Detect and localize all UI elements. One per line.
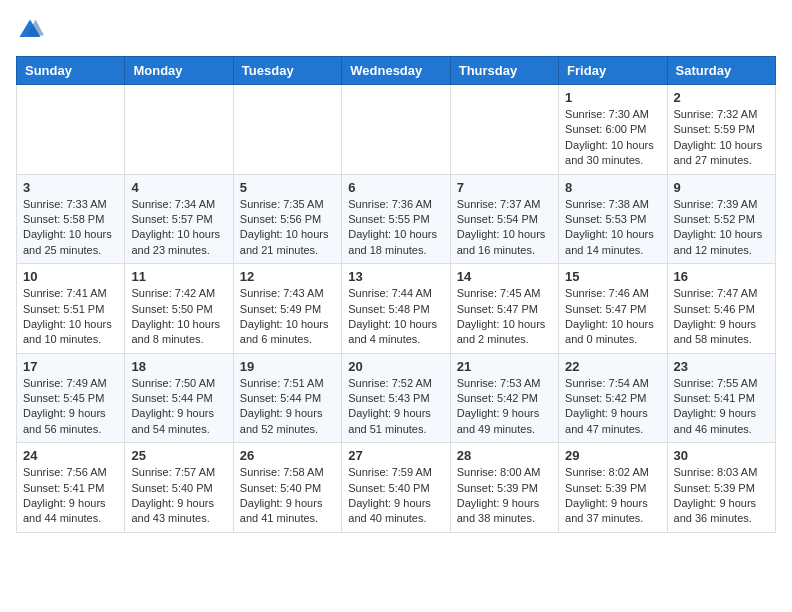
day-number: 5 <box>240 180 335 195</box>
day-info: Sunrise: 8:03 AMSunset: 5:39 PMDaylight:… <box>674 465 769 527</box>
day-info: Sunrise: 7:46 AMSunset: 5:47 PMDaylight:… <box>565 286 660 348</box>
calendar-cell <box>342 85 450 175</box>
day-number: 27 <box>348 448 443 463</box>
day-number: 28 <box>457 448 552 463</box>
calendar-cell: 21Sunrise: 7:53 AMSunset: 5:42 PMDayligh… <box>450 353 558 443</box>
calendar-cell: 4Sunrise: 7:34 AMSunset: 5:57 PMDaylight… <box>125 174 233 264</box>
day-info: Sunrise: 7:54 AMSunset: 5:42 PMDaylight:… <box>565 376 660 438</box>
calendar-cell: 24Sunrise: 7:56 AMSunset: 5:41 PMDayligh… <box>17 443 125 533</box>
day-info: Sunrise: 7:34 AMSunset: 5:57 PMDaylight:… <box>131 197 226 259</box>
day-info: Sunrise: 7:49 AMSunset: 5:45 PMDaylight:… <box>23 376 118 438</box>
day-number: 14 <box>457 269 552 284</box>
day-number: 7 <box>457 180 552 195</box>
calendar-cell: 2Sunrise: 7:32 AMSunset: 5:59 PMDaylight… <box>667 85 775 175</box>
calendar-cell: 3Sunrise: 7:33 AMSunset: 5:58 PMDaylight… <box>17 174 125 264</box>
day-number: 19 <box>240 359 335 374</box>
day-info: Sunrise: 7:51 AMSunset: 5:44 PMDaylight:… <box>240 376 335 438</box>
calendar-cell: 28Sunrise: 8:00 AMSunset: 5:39 PMDayligh… <box>450 443 558 533</box>
day-info: Sunrise: 7:55 AMSunset: 5:41 PMDaylight:… <box>674 376 769 438</box>
day-info: Sunrise: 7:52 AMSunset: 5:43 PMDaylight:… <box>348 376 443 438</box>
calendar-cell <box>233 85 341 175</box>
calendar-cell: 10Sunrise: 7:41 AMSunset: 5:51 PMDayligh… <box>17 264 125 354</box>
calendar-cell: 29Sunrise: 8:02 AMSunset: 5:39 PMDayligh… <box>559 443 667 533</box>
day-number: 21 <box>457 359 552 374</box>
calendar-cell: 11Sunrise: 7:42 AMSunset: 5:50 PMDayligh… <box>125 264 233 354</box>
calendar-header-row: SundayMondayTuesdayWednesdayThursdayFrid… <box>17 57 776 85</box>
day-info: Sunrise: 7:47 AMSunset: 5:46 PMDaylight:… <box>674 286 769 348</box>
day-number: 13 <box>348 269 443 284</box>
day-number: 29 <box>565 448 660 463</box>
calendar-cell: 30Sunrise: 8:03 AMSunset: 5:39 PMDayligh… <box>667 443 775 533</box>
day-info: Sunrise: 8:02 AMSunset: 5:39 PMDaylight:… <box>565 465 660 527</box>
day-number: 2 <box>674 90 769 105</box>
day-info: Sunrise: 7:33 AMSunset: 5:58 PMDaylight:… <box>23 197 118 259</box>
day-number: 8 <box>565 180 660 195</box>
logo-icon <box>16 16 44 44</box>
day-info: Sunrise: 7:37 AMSunset: 5:54 PMDaylight:… <box>457 197 552 259</box>
calendar-cell: 8Sunrise: 7:38 AMSunset: 5:53 PMDaylight… <box>559 174 667 264</box>
day-number: 16 <box>674 269 769 284</box>
day-number: 12 <box>240 269 335 284</box>
calendar-week-5: 24Sunrise: 7:56 AMSunset: 5:41 PMDayligh… <box>17 443 776 533</box>
day-info: Sunrise: 7:42 AMSunset: 5:50 PMDaylight:… <box>131 286 226 348</box>
day-info: Sunrise: 7:50 AMSunset: 5:44 PMDaylight:… <box>131 376 226 438</box>
logo <box>16 16 48 44</box>
day-number: 22 <box>565 359 660 374</box>
day-number: 24 <box>23 448 118 463</box>
calendar-cell: 6Sunrise: 7:36 AMSunset: 5:55 PMDaylight… <box>342 174 450 264</box>
day-header-thursday: Thursday <box>450 57 558 85</box>
day-info: Sunrise: 7:36 AMSunset: 5:55 PMDaylight:… <box>348 197 443 259</box>
day-number: 11 <box>131 269 226 284</box>
day-header-tuesday: Tuesday <box>233 57 341 85</box>
day-info: Sunrise: 7:30 AMSunset: 6:00 PMDaylight:… <box>565 107 660 169</box>
day-number: 4 <box>131 180 226 195</box>
calendar-week-4: 17Sunrise: 7:49 AMSunset: 5:45 PMDayligh… <box>17 353 776 443</box>
page-header <box>16 16 776 44</box>
day-info: Sunrise: 7:53 AMSunset: 5:42 PMDaylight:… <box>457 376 552 438</box>
calendar-cell: 25Sunrise: 7:57 AMSunset: 5:40 PMDayligh… <box>125 443 233 533</box>
day-number: 25 <box>131 448 226 463</box>
day-number: 6 <box>348 180 443 195</box>
calendar-cell <box>450 85 558 175</box>
day-header-monday: Monday <box>125 57 233 85</box>
day-info: Sunrise: 7:59 AMSunset: 5:40 PMDaylight:… <box>348 465 443 527</box>
calendar-cell: 1Sunrise: 7:30 AMSunset: 6:00 PMDaylight… <box>559 85 667 175</box>
day-header-friday: Friday <box>559 57 667 85</box>
calendar-cell: 19Sunrise: 7:51 AMSunset: 5:44 PMDayligh… <box>233 353 341 443</box>
day-info: Sunrise: 7:56 AMSunset: 5:41 PMDaylight:… <box>23 465 118 527</box>
day-number: 10 <box>23 269 118 284</box>
day-header-sunday: Sunday <box>17 57 125 85</box>
calendar-cell <box>17 85 125 175</box>
calendar-week-2: 3Sunrise: 7:33 AMSunset: 5:58 PMDaylight… <box>17 174 776 264</box>
calendar-cell: 16Sunrise: 7:47 AMSunset: 5:46 PMDayligh… <box>667 264 775 354</box>
calendar-cell: 17Sunrise: 7:49 AMSunset: 5:45 PMDayligh… <box>17 353 125 443</box>
day-info: Sunrise: 7:58 AMSunset: 5:40 PMDaylight:… <box>240 465 335 527</box>
day-number: 23 <box>674 359 769 374</box>
calendar-cell: 18Sunrise: 7:50 AMSunset: 5:44 PMDayligh… <box>125 353 233 443</box>
day-info: Sunrise: 7:44 AMSunset: 5:48 PMDaylight:… <box>348 286 443 348</box>
calendar-cell: 15Sunrise: 7:46 AMSunset: 5:47 PMDayligh… <box>559 264 667 354</box>
day-info: Sunrise: 7:41 AMSunset: 5:51 PMDaylight:… <box>23 286 118 348</box>
day-header-saturday: Saturday <box>667 57 775 85</box>
calendar-week-1: 1Sunrise: 7:30 AMSunset: 6:00 PMDaylight… <box>17 85 776 175</box>
day-info: Sunrise: 7:32 AMSunset: 5:59 PMDaylight:… <box>674 107 769 169</box>
day-info: Sunrise: 8:00 AMSunset: 5:39 PMDaylight:… <box>457 465 552 527</box>
day-info: Sunrise: 7:45 AMSunset: 5:47 PMDaylight:… <box>457 286 552 348</box>
calendar-cell: 13Sunrise: 7:44 AMSunset: 5:48 PMDayligh… <box>342 264 450 354</box>
calendar-cell: 27Sunrise: 7:59 AMSunset: 5:40 PMDayligh… <box>342 443 450 533</box>
calendar-cell: 23Sunrise: 7:55 AMSunset: 5:41 PMDayligh… <box>667 353 775 443</box>
calendar-cell: 22Sunrise: 7:54 AMSunset: 5:42 PMDayligh… <box>559 353 667 443</box>
day-info: Sunrise: 7:57 AMSunset: 5:40 PMDaylight:… <box>131 465 226 527</box>
day-number: 20 <box>348 359 443 374</box>
calendar-cell: 9Sunrise: 7:39 AMSunset: 5:52 PMDaylight… <box>667 174 775 264</box>
day-info: Sunrise: 7:38 AMSunset: 5:53 PMDaylight:… <box>565 197 660 259</box>
day-info: Sunrise: 7:43 AMSunset: 5:49 PMDaylight:… <box>240 286 335 348</box>
calendar-cell: 20Sunrise: 7:52 AMSunset: 5:43 PMDayligh… <box>342 353 450 443</box>
day-number: 26 <box>240 448 335 463</box>
calendar-cell: 12Sunrise: 7:43 AMSunset: 5:49 PMDayligh… <box>233 264 341 354</box>
day-number: 3 <box>23 180 118 195</box>
day-number: 1 <box>565 90 660 105</box>
day-number: 30 <box>674 448 769 463</box>
calendar-week-3: 10Sunrise: 7:41 AMSunset: 5:51 PMDayligh… <box>17 264 776 354</box>
calendar-table: SundayMondayTuesdayWednesdayThursdayFrid… <box>16 56 776 533</box>
